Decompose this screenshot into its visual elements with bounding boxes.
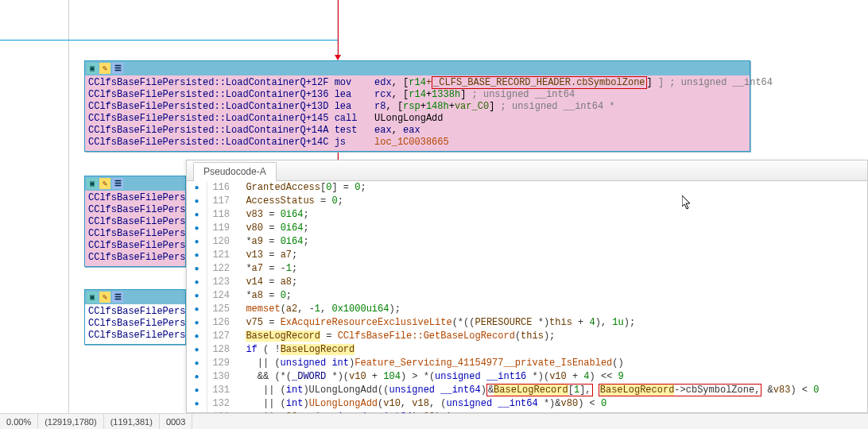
flow-edge-red — [338, 0, 339, 56]
asm-block-titlebar[interactable]: ▣ ✎ ☰ — [85, 61, 750, 75]
line-numbers: 1161171181191201211221231241251261271281… — [207, 181, 234, 412]
block-icon[interactable]: ▣ — [87, 292, 98, 303]
status-coord-2: (1191,381) — [104, 414, 160, 429]
asm-lines: CClfsBaseFilePersi CClfsBaseFilePersi CC… — [85, 304, 185, 344]
asm-block-titlebar[interactable]: ▣ ✎ ☰ — [85, 176, 185, 191]
status-bar: 0.00% (12919,1780) (1191,381) 0003 — [0, 413, 868, 429]
asm-lines: CClfsBaseFilePersi CClfsBaseFilePersi CC… — [85, 191, 185, 266]
pseudocode-pane[interactable]: Pseudocode-A ●●●●●●●●●●●●●●●●●●● 1161171… — [186, 160, 868, 413]
tab-pseudocode-a[interactable]: Pseudocode-A — [193, 162, 277, 181]
asm-block-1[interactable]: ▣ ✎ ☰ CClfsBaseFilePersisted::LoadContai… — [84, 60, 750, 152]
block-icon[interactable]: ✎ — [99, 63, 110, 74]
arrow-head-icon — [335, 55, 341, 60]
block-icon[interactable]: ☰ — [112, 178, 123, 189]
block-icon[interactable]: ✎ — [99, 178, 110, 189]
block-icon[interactable]: ✎ — [99, 292, 110, 303]
pseudocode-tabbar[interactable]: Pseudocode-A — [187, 160, 867, 181]
asm-block-3[interactable]: ▣ ✎ ☰ CClfsBaseFilePersi CClfsBaseFilePe… — [84, 289, 186, 345]
status-coord-1: (12919,1780) — [38, 414, 103, 429]
asm-block-2[interactable]: ▣ ✎ ☰ CClfsBaseFilePersi CClfsBaseFilePe… — [84, 176, 186, 267]
status-zoom: 0.00% — [0, 414, 38, 429]
pseudocode-body[interactable]: ●●●●●●●●●●●●●●●●●●● 11611711811912012112… — [187, 181, 867, 412]
asm-block-titlebar[interactable]: ▣ ✎ ☰ — [85, 290, 185, 304]
breakpoint-gutter[interactable]: ●●●●●●●●●●●●●●●●●●● — [187, 181, 207, 412]
flow-edge-blue — [0, 40, 338, 41]
block-icon[interactable]: ▣ — [87, 178, 98, 189]
block-icon[interactable]: ▣ — [87, 63, 98, 74]
pseudocode-text[interactable]: GrantedAccess[0] = 0; AccessStatus = 0; … — [234, 181, 867, 412]
status-extra: 0003 — [160, 414, 192, 429]
asm-lines: CClfsBaseFilePersisted::LoadContainerQ+1… — [85, 75, 750, 151]
block-icon[interactable]: ☰ — [112, 292, 123, 303]
block-icon[interactable]: ☰ — [112, 63, 123, 74]
guide-line — [68, 0, 69, 413]
